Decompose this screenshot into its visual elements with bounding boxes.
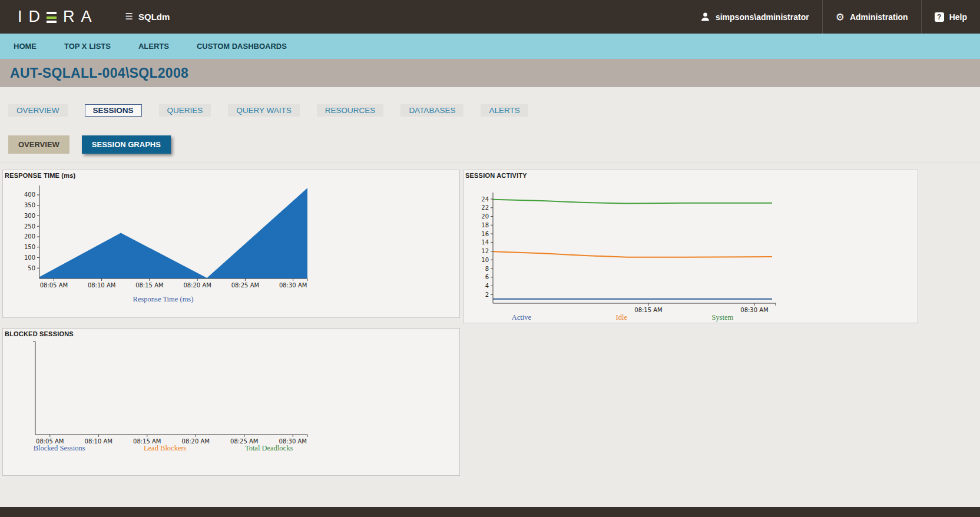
tab-query-waits[interactable]: QUERY WAITS — [228, 104, 300, 117]
svg-text:08:20 AM: 08:20 AM — [183, 282, 211, 289]
svg-text:12: 12 — [481, 248, 489, 254]
gear-icon: ⚙ — [836, 11, 845, 23]
nav-item-custom-dashboards[interactable]: CUSTOM DASHBOARDS — [197, 42, 287, 51]
svg-text:08:25 AM: 08:25 AM — [231, 282, 259, 289]
tab-overview[interactable]: OVERVIEW — [8, 104, 68, 117]
svg-text:08:10 AM: 08:10 AM — [88, 282, 115, 289]
session-activity-panel-title: SESSION ACTIVITY — [463, 170, 918, 179]
svg-text:50: 50 — [28, 265, 35, 271]
session-activity-chart: 2468101214161820222408:15 AM08:30 AM — [469, 188, 782, 320]
logo-letter-e-icon — [47, 12, 57, 23]
svg-text:22: 22 — [481, 204, 489, 211]
help-icon: ? — [935, 12, 944, 22]
svg-text:200: 200 — [24, 233, 35, 240]
session-activity-legend-item: Active — [512, 313, 531, 322]
panel-response-time: RESPONSE TIME (ms) 501001502002503003504… — [2, 170, 460, 318]
bottom-bar — [0, 507, 980, 517]
tab-resources[interactable]: RESOURCES — [317, 104, 384, 117]
blocked-sessions-chart: 08:05 AM08:10 AM08:15 AM08:20 AM08:25 AM… — [4, 338, 322, 453]
tab-alerts[interactable]: ALERTS — [481, 104, 528, 117]
help-label: Help — [949, 12, 967, 22]
response-time-panel-title: RESPONSE TIME (ms) — [3, 170, 459, 179]
session-activity-legend: ActiveIdleSystem — [469, 313, 776, 322]
top-bar: IDRA ☰ SQLdm simpsons\administrator ⚙ Ad… — [0, 0, 980, 34]
response-time-chart-canvas: 5010015020025030035040008:05 AM08:10 AM0… — [4, 180, 322, 295]
panel-blocked-sessions: BLOCKED SESSIONS 08:05 AM08:10 AM08:15 A… — [2, 328, 460, 476]
svg-text:08:15 AM: 08:15 AM — [634, 307, 662, 313]
top-right-group: simpsons\administrator ⚙ Administration … — [687, 0, 980, 34]
svg-text:100: 100 — [24, 254, 35, 261]
svg-text:6: 6 — [485, 274, 489, 280]
svg-text:150: 150 — [24, 244, 35, 250]
logo-letters-prefix: ID — [18, 8, 47, 26]
user-name-label: simpsons\administrator — [716, 12, 809, 22]
svg-text:14: 14 — [481, 239, 489, 246]
sqldm-menu-toggle[interactable]: ☰ SQLdm — [125, 12, 170, 22]
blocked-sessions-legend-item: Lead Blockers — [144, 444, 187, 453]
tab-databases[interactable]: DATABASES — [400, 104, 463, 117]
svg-text:20: 20 — [481, 213, 489, 220]
blocked-sessions-chart-canvas: 08:05 AM08:10 AM08:15 AM08:20 AM08:25 AM… — [4, 338, 322, 451]
subtab-session-graphs[interactable]: SESSION GRAPHS — [82, 135, 171, 154]
svg-text:24: 24 — [481, 196, 489, 203]
nav-item-top-x-lists[interactable]: TOP X LISTS — [64, 42, 111, 51]
tabs-row: OVERVIEW SESSIONS QUERIES QUERY WAITS RE… — [8, 104, 528, 117]
logo-letters-suffix: RA — [63, 8, 98, 26]
subtab-overview[interactable]: OVERVIEW — [8, 135, 69, 154]
session-activity-chart-canvas: 2468101214161820222408:15 AM08:30 AM — [469, 188, 782, 317]
response-time-legend-item: Response Time (ms) — [133, 295, 194, 304]
user-menu[interactable]: simpsons\administrator — [687, 0, 822, 34]
app-root: IDRA ☰ SQLdm simpsons\administrator ⚙ Ad… — [0, 0, 980, 517]
blocked-sessions-legend: Blocked SessionsLead BlockersTotal Deadl… — [4, 444, 322, 453]
content-divider — [0, 163, 980, 163]
hamburger-icon: ☰ — [125, 12, 133, 21]
session-activity-legend-item: System — [711, 313, 733, 322]
nav-item-alerts[interactable]: ALERTS — [138, 42, 169, 51]
svg-text:8: 8 — [485, 266, 489, 272]
tab-sessions[interactable]: SESSIONS — [85, 104, 142, 117]
response-time-legend: Response Time (ms) — [4, 295, 322, 304]
nav-item-home[interactable]: HOME — [14, 42, 37, 51]
session-activity-legend-item: Idle — [616, 313, 627, 322]
subtabs-row: OVERVIEW SESSION GRAPHS — [8, 135, 171, 154]
svg-text:300: 300 — [24, 213, 35, 219]
svg-text:08:30 AM: 08:30 AM — [740, 307, 768, 313]
blocked-sessions-legend-item: Blocked Sessions — [34, 444, 85, 453]
panel-session-activity: SESSION ACTIVITY 2468101214161820222408:… — [463, 170, 918, 323]
svg-text:350: 350 — [24, 202, 35, 208]
svg-text:16: 16 — [481, 231, 489, 237]
administration-button[interactable]: ⚙ Administration — [822, 0, 921, 34]
blocked-sessions-legend-item: Total Deadlocks — [245, 444, 293, 453]
page-title: AUT-SQLALL-004\SQL2008 — [10, 65, 188, 81]
tab-queries[interactable]: QUERIES — [159, 104, 211, 117]
svg-text:250: 250 — [24, 223, 35, 230]
help-button[interactable]: ? Help — [921, 0, 980, 34]
svg-text:08:15 AM: 08:15 AM — [135, 282, 163, 289]
response-time-chart: 5010015020025030035040008:05 AM08:10 AM0… — [4, 180, 322, 297]
svg-text:08:30 AM: 08:30 AM — [279, 282, 307, 289]
title-bar: AUT-SQLALL-004\SQL2008 — [0, 59, 980, 87]
administration-label: Administration — [850, 12, 908, 22]
main-nav: HOME TOP X LISTS ALERTS CUSTOM DASHBOARD… — [0, 34, 980, 59]
svg-text:18: 18 — [481, 222, 489, 228]
idera-logo[interactable]: IDRA — [18, 8, 98, 26]
blocked-sessions-panel-title: BLOCKED SESSIONS — [3, 329, 459, 337]
svg-text:4: 4 — [485, 283, 489, 289]
svg-text:400: 400 — [24, 191, 35, 198]
user-icon — [700, 12, 710, 22]
svg-text:2: 2 — [485, 291, 489, 298]
svg-text:10: 10 — [481, 257, 489, 263]
svg-text:08:05 AM: 08:05 AM — [40, 282, 68, 289]
app-name-label: SQLdm — [138, 12, 170, 22]
